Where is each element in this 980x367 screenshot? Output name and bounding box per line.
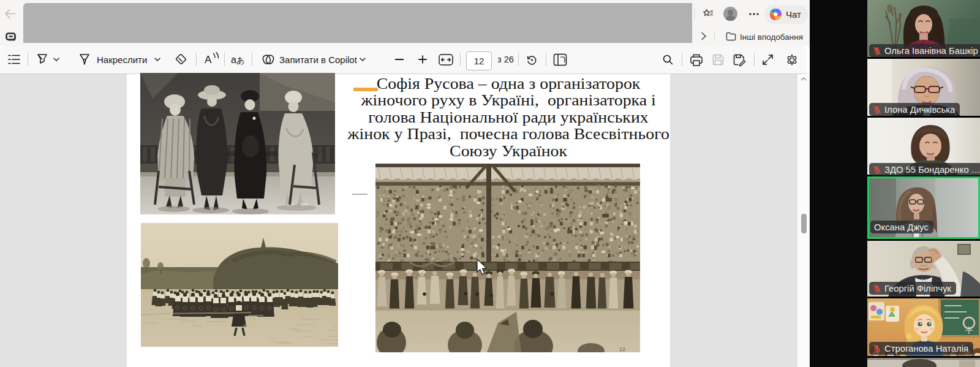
svg-text:12: 12 — [619, 346, 625, 352]
